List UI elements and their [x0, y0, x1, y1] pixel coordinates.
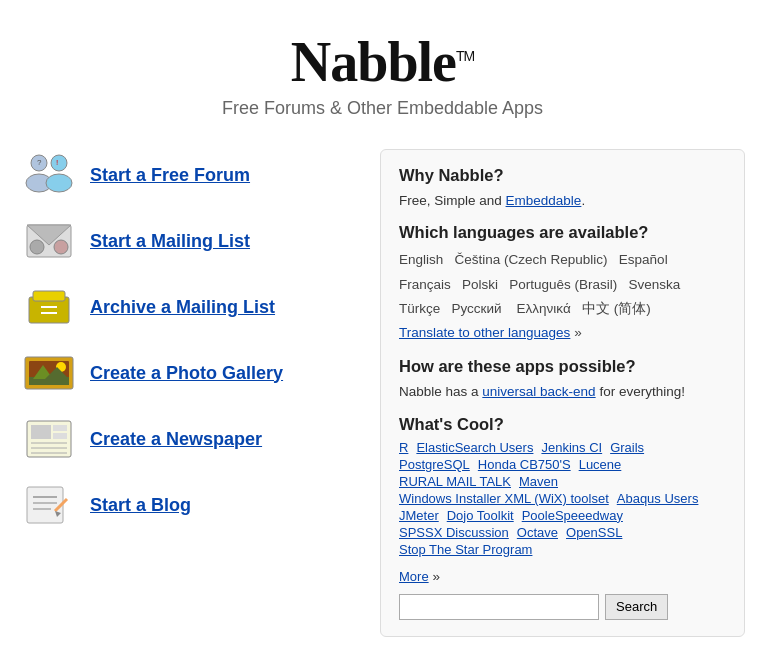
more-link[interactable]: More: [399, 569, 429, 584]
cool-link-honda[interactable]: Honda CB750'S: [478, 457, 571, 472]
search-button[interactable]: Search: [605, 594, 668, 620]
svg-rect-21: [31, 425, 51, 439]
svg-point-1: [51, 155, 67, 171]
newspaper-label: Create a Newspaper: [90, 429, 262, 450]
svg-rect-26: [53, 433, 67, 439]
right-panel: Why Nabble? Free, Simple and Embeddable.…: [380, 149, 745, 637]
left-panel: ? ! Start a Free Forum Start a Mailing L…: [20, 149, 360, 637]
svg-rect-27: [27, 487, 63, 523]
more-row: More »: [399, 569, 726, 584]
cool-link-postgresql[interactable]: PostgreSQL: [399, 457, 470, 472]
mailing-list-icon: [20, 215, 78, 267]
cool-link-jmeter[interactable]: JMeter: [399, 508, 439, 523]
svg-text:?: ?: [37, 158, 42, 167]
archive-icon: [20, 281, 78, 333]
cool-link-rural[interactable]: RURAL MAIL TALK: [399, 474, 511, 489]
svg-rect-25: [53, 425, 67, 431]
cool-link-jenkins[interactable]: Jenkins CI: [541, 440, 602, 455]
cool-link-dojo[interactable]: Dojo Toolkit: [447, 508, 514, 523]
embeddable-link[interactable]: Embeddable: [506, 193, 582, 208]
cool-link-abaqus[interactable]: Abaqus Users: [617, 491, 699, 506]
photo-gallery-label: Create a Photo Gallery: [90, 363, 283, 384]
photo-gallery-icon: [20, 347, 78, 399]
cool-link-stopstar[interactable]: Stop The Star Program: [399, 542, 532, 557]
cool-link-poolespeedway[interactable]: PooleSpeeedway: [522, 508, 623, 523]
search-row: Search: [399, 594, 726, 620]
nav-item-photo-gallery[interactable]: Create a Photo Gallery: [20, 347, 360, 399]
nav-item-blog[interactable]: Start a Blog: [20, 479, 360, 531]
cool-link-lucene[interactable]: Lucene: [579, 457, 622, 472]
forum-label: Start a Free Forum: [90, 165, 250, 186]
trademark: TM: [456, 48, 474, 64]
svg-rect-11: [33, 291, 65, 301]
mailing-list-label: Start a Mailing List: [90, 231, 250, 252]
header: NabbleTM Free Forums & Other Embeddable …: [0, 0, 765, 139]
more-suffix: »: [429, 569, 440, 584]
site-subtitle: Free Forums & Other Embeddable Apps: [20, 98, 745, 119]
site-title: NabbleTM: [20, 30, 745, 94]
cool-link-grails[interactable]: Grails: [610, 440, 644, 455]
svg-point-9: [54, 240, 68, 254]
how-text: Nabble has a universal back-end for ever…: [399, 382, 726, 402]
cool-link-maven[interactable]: Maven: [519, 474, 558, 489]
cool-link-elasticsearch[interactable]: ElasticSearch Users: [416, 440, 533, 455]
search-input[interactable]: [399, 594, 599, 620]
translate-link[interactable]: Translate to other languages: [399, 325, 570, 340]
svg-text:!: !: [56, 158, 58, 167]
cool-title: What's Cool?: [399, 415, 726, 434]
cool-links: R ElasticSearch Users Jenkins CI Grails …: [399, 440, 726, 559]
blog-icon: [20, 479, 78, 531]
cool-link-spssx[interactable]: SPSSX Discussion: [399, 525, 509, 540]
svg-point-8: [30, 240, 44, 254]
languages-list: English Čeština (Czech Republic) Español…: [399, 248, 726, 345]
how-title: How are these apps possible?: [399, 357, 726, 376]
archive-label: Archive a Mailing List: [90, 297, 275, 318]
languages-title: Which languages are available?: [399, 223, 726, 242]
main-content: ? ! Start a Free Forum Start a Mailing L…: [0, 139, 765, 651]
blog-label: Start a Blog: [90, 495, 191, 516]
nav-item-forum[interactable]: ? ! Start a Free Forum: [20, 149, 360, 201]
nav-item-newspaper[interactable]: Create a Newspaper: [20, 413, 360, 465]
svg-point-3: [46, 174, 72, 192]
cool-link-wix[interactable]: Windows Installer XML (WiX) toolset: [399, 491, 609, 506]
why-title: Why Nabble?: [399, 166, 726, 185]
newspaper-icon: [20, 413, 78, 465]
forum-icon: ? !: [20, 149, 78, 201]
cool-link-r[interactable]: R: [399, 440, 408, 455]
nav-item-archive[interactable]: Archive a Mailing List: [20, 281, 360, 333]
cool-link-openssl[interactable]: OpenSSL: [566, 525, 622, 540]
cool-link-octave[interactable]: Octave: [517, 525, 558, 540]
why-text: Free, Simple and Embeddable.: [399, 191, 726, 211]
universal-backend-link[interactable]: universal back-end: [482, 384, 595, 399]
nav-item-mailing-list[interactable]: Start a Mailing List: [20, 215, 360, 267]
